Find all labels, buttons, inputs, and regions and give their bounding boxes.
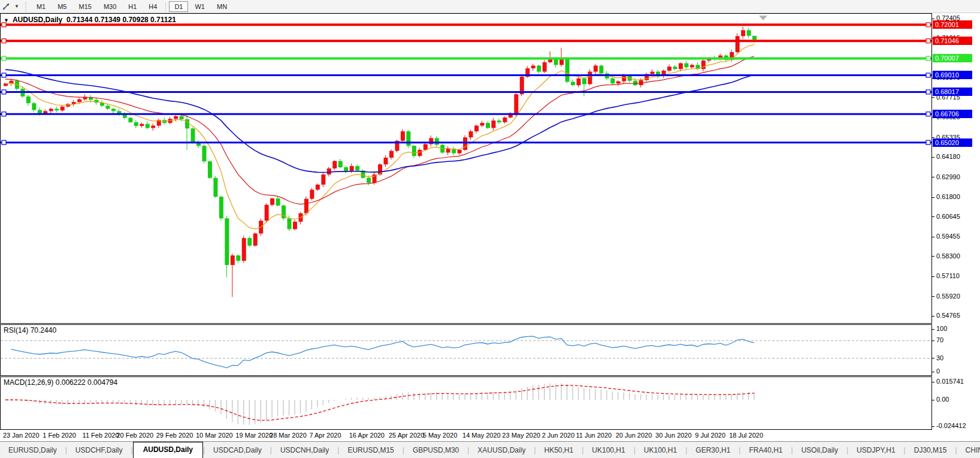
timeframe-buttons: M1M5M15M30H1H4D1W1MN <box>31 1 233 12</box>
chart-tab-USOil-Daily[interactable]: USOil,Daily <box>793 443 846 458</box>
date-tick-label: 20 Feb 2020 <box>116 432 153 439</box>
toolbar-grip[interactable] <box>25 2 28 11</box>
date-tick-label: 28 Mar 2020 <box>270 432 307 439</box>
timeframe-button-H4[interactable]: H4 <box>143 1 162 12</box>
macd-axis[interactable]: 0.0157410.00-0.024412 <box>932 376 980 430</box>
chart-tab-EURUSD-M15[interactable]: EURUSD,M15 <box>339 443 402 458</box>
date-tick-label: 16 Apr 2020 <box>349 432 385 439</box>
candles <box>4 26 757 297</box>
chart-tab-GER30-H1[interactable]: GER30,H1 <box>687 443 739 458</box>
macd-label: MACD(12,26,9) 0.006222 0.004794 <box>4 378 117 387</box>
price-level-line[interactable] <box>1 56 931 61</box>
rsi-plot[interactable]: RSI(14) 70.2440 <box>0 324 932 376</box>
axis-tick-label: 70 <box>932 336 943 344</box>
date-tick-label: 29 Feb 2020 <box>156 432 193 439</box>
price-chart-plot[interactable]: ▼AUDUSD,Daily 0.71344 0.71349 0.70928 0.… <box>0 13 932 324</box>
moving-average-line <box>5 44 754 229</box>
date-axis[interactable]: 23 Jan 20201 Feb 202011 Feb 202020 Feb 2… <box>0 430 980 441</box>
macd-histogram <box>5 383 754 424</box>
date-tick-label: 11 Jun 2020 <box>576 432 612 439</box>
price-axis[interactable]: 0.724050.712150.688700.677150.665250.653… <box>932 13 980 324</box>
rsi-line <box>11 336 755 368</box>
price-pane-row: ▼AUDUSD,Daily 0.71344 0.71349 0.70928 0.… <box>0 13 980 324</box>
chart-tab-USDCNH-Daily[interactable]: USDCNH,Daily <box>272 443 337 458</box>
axis-tick-label: 0.61800 <box>932 193 960 201</box>
chart-tab-UK100-H1[interactable]: UK100,H1 <box>583 443 633 458</box>
price-level-badge: 0.69010 <box>933 71 972 79</box>
axis-tick-label: 0.54765 <box>932 312 960 320</box>
timeframe-button-W1[interactable]: W1 <box>189 1 210 12</box>
price-level-line[interactable] <box>1 112 931 116</box>
date-tick-label: 9 Jul 2020 <box>695 432 725 439</box>
indicator-collapse-icon[interactable]: ▼ <box>4 17 9 23</box>
axis-tick-label: 0.64180 <box>932 153 960 161</box>
chart-title: ▼AUDUSD,Daily 0.71344 0.71349 0.70928 0.… <box>4 16 176 24</box>
macd-pane-row: MACD(12,26,9) 0.006222 0.004794 0.015741… <box>0 376 980 430</box>
macd-signal-line <box>5 385 754 421</box>
chart-tab-DJ30-M15[interactable]: DJ30,M15 <box>906 443 955 458</box>
price-level-line[interactable] <box>1 73 931 77</box>
price-level-badge: 0.68017 <box>933 88 972 96</box>
axis-tick-label: 0 <box>932 367 940 375</box>
chart-tab-bar: EURUSD,Daily|USDCHF,Daily|AUDUSD,Daily|U… <box>0 441 980 458</box>
date-tick-label: 30 Jun 2020 <box>655 432 692 439</box>
price-level-badge: 0.70007 <box>933 54 972 62</box>
date-tick-label: 25 Apr 2020 <box>389 432 424 439</box>
timeframe-button-H1[interactable]: H1 <box>123 1 142 12</box>
price-level-badge: 0.72001 <box>933 20 972 29</box>
toolbar-separator <box>165 2 166 11</box>
chart-tab-UK100-H1[interactable]: UK100,H1 <box>636 443 685 458</box>
price-level-badge: 0.66706 <box>933 110 972 118</box>
macd-plot[interactable]: MACD(12,26,9) 0.006222 0.004794 <box>0 376 932 430</box>
date-tick-label: 18 Jul 2020 <box>729 432 763 439</box>
price-level-line[interactable] <box>1 90 931 94</box>
axis-tick-label: 0.00 <box>932 396 949 403</box>
chart-shift-marker-icon <box>759 16 767 20</box>
price-level-line[interactable] <box>1 39 931 43</box>
chart-tab-XAUUSD-Daily[interactable]: XAUUSD,Daily <box>469 443 534 458</box>
date-tick-label: 19 Mar 2020 <box>235 432 273 439</box>
chart-tab-USDCAD-Daily[interactable]: USDCAD,Daily <box>205 443 270 458</box>
date-tick-label: 10 Mar 2020 <box>196 432 233 439</box>
chart-tab-CHINA300-H4[interactable]: CHINA300,H4 <box>957 443 980 458</box>
timeframe-button-M30[interactable]: M30 <box>98 1 122 12</box>
date-tick-label: 20 Jun 2020 <box>616 432 652 439</box>
timeframe-button-M15[interactable]: M15 <box>73 1 96 12</box>
axis-tick-label: 0.60645 <box>932 213 960 221</box>
chart-tab-USDJPY-H1[interactable]: USDJPY,H1 <box>848 443 903 458</box>
rsi-pane-row: RSI(14) 70.2440 10070300 <box>0 324 980 376</box>
chart-tab-USDCHF-Daily[interactable]: USDCHF,Daily <box>67 443 131 458</box>
date-tick-label: 11 Feb 2020 <box>83 432 119 439</box>
axis-tick-label: 0.015741 <box>932 378 964 385</box>
timeframe-button-MN[interactable]: MN <box>211 1 232 12</box>
date-tick-label: 14 May 2020 <box>462 432 501 439</box>
cursor-tool-icon[interactable] <box>0 1 12 12</box>
axis-tick-label: 0.62990 <box>932 173 960 181</box>
axis-tick-label: 0.59455 <box>932 233 960 240</box>
date-tick-label: 2 Jun 2020 <box>542 432 574 439</box>
price-level-badge: 0.65020 <box>933 138 972 147</box>
timeframe-button-M5[interactable]: M5 <box>52 1 72 12</box>
price-level-badge: 0.71046 <box>933 37 972 45</box>
date-tick-label: 7 Apr 2020 <box>309 432 341 439</box>
chart-tab-AUDUSD-Daily[interactable]: AUDUSD,Daily <box>133 442 203 458</box>
axis-tick-label: 30 <box>932 354 943 362</box>
date-tick-label: 1 Feb 2020 <box>43 432 76 439</box>
timeframe-button-D1[interactable]: D1 <box>169 1 188 12</box>
chart-symbol-label: AUDUSD,Daily <box>13 16 62 24</box>
chart-tab-HK50-H1[interactable]: HK50,H1 <box>536 443 582 458</box>
chart-tab-EURUSD-Daily[interactable]: EURUSD,Daily <box>0 443 65 458</box>
chart-tab-GBPUSD-M30[interactable]: GBPUSD,M30 <box>404 443 467 458</box>
moving-average-line <box>5 56 754 204</box>
timeframe-button-M1[interactable]: M1 <box>31 1 51 12</box>
date-tick-label: 23 Jan 2020 <box>3 432 40 439</box>
axis-tick-label: 0.57110 <box>932 272 960 280</box>
chart-ohlc-values: 0.71344 0.71349 0.70928 0.71121 <box>66 16 176 24</box>
rsi-axis[interactable]: 10070300 <box>932 324 980 376</box>
top-toolbar: ▼ M1M5M15M30H1H4D1W1MN <box>0 0 980 13</box>
date-tick-label: 23 May 2020 <box>502 432 540 439</box>
axis-tick-label: 0.55920 <box>932 293 960 300</box>
axis-tick-label: -0.024412 <box>932 422 966 430</box>
cursor-tool-dropdown-icon[interactable]: ▼ <box>12 4 22 9</box>
chart-tab-FRA40-H1[interactable]: FRA40,H1 <box>740 443 791 458</box>
